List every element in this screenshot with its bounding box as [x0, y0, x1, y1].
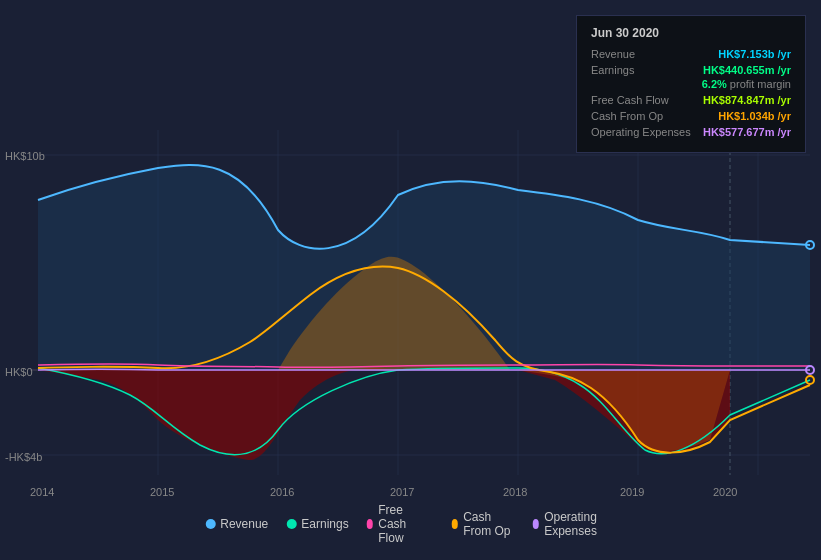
legend-dot-fcf [367, 519, 374, 529]
tooltip-label-cashfromop: Cash From Op [591, 110, 691, 122]
legend-item-cashfromop[interactable]: Cash From Op [452, 510, 515, 538]
tooltip-row-fcf: Free Cash Flow HK$874.847m /yr [591, 94, 791, 106]
x-label-2016: 2016 [270, 486, 294, 498]
chart-container: HK$10b HK$0 -HK$4b 2014 2015 2016 2017 2… [0, 0, 821, 560]
y-label-10b: HK$10b [5, 150, 45, 162]
profit-margin-row: 6.2% profit margin [591, 78, 791, 90]
legend-item-opex[interactable]: Operating Expenses [533, 510, 616, 538]
legend-label-revenue: Revenue [220, 517, 268, 531]
legend-item-earnings[interactable]: Earnings [286, 517, 348, 531]
chart-legend: Revenue Earnings Free Cash Flow Cash Fro… [205, 503, 616, 545]
tooltip-value-fcf: HK$874.847m /yr [703, 94, 791, 106]
x-label-2018: 2018 [503, 486, 527, 498]
x-label-2014: 2014 [30, 486, 54, 498]
legend-label-opex: Operating Expenses [544, 510, 616, 538]
legend-item-revenue[interactable]: Revenue [205, 517, 268, 531]
tooltip-row-revenue: Revenue HK$7.153b /yr [591, 48, 791, 60]
tooltip-title: Jun 30 2020 [591, 26, 791, 40]
tooltip-row-opex: Operating Expenses HK$577.677m /yr [591, 126, 791, 138]
legend-label-fcf: Free Cash Flow [378, 503, 433, 545]
tooltip-value-cashfromop: HK$1.034b /yr [718, 110, 791, 122]
legend-dot-cashfromop [452, 519, 459, 529]
y-label-0: HK$0 [5, 366, 33, 378]
tooltip-value-revenue: HK$7.153b /yr [718, 48, 791, 60]
legend-dot-revenue [205, 519, 215, 529]
tooltip-label-fcf: Free Cash Flow [591, 94, 691, 106]
x-label-2015: 2015 [150, 486, 174, 498]
legend-item-fcf[interactable]: Free Cash Flow [367, 503, 434, 545]
y-label-neg4b: -HK$4b [5, 451, 42, 463]
tooltip-value-earnings: HK$440.655m /yr [703, 64, 791, 76]
tooltip-label-revenue: Revenue [591, 48, 691, 60]
legend-label-earnings: Earnings [301, 517, 348, 531]
legend-dot-opex [533, 519, 540, 529]
tooltip-label-opex: Operating Expenses [591, 126, 691, 138]
legend-label-cashfromop: Cash From Op [463, 510, 514, 538]
legend-dot-earnings [286, 519, 296, 529]
tooltip-row-cashfromop: Cash From Op HK$1.034b /yr [591, 110, 791, 122]
x-label-2017: 2017 [390, 486, 414, 498]
tooltip-value-opex: HK$577.677m /yr [703, 126, 791, 138]
tooltip-row-earnings: Earnings HK$440.655m /yr [591, 64, 791, 76]
x-label-2019: 2019 [620, 486, 644, 498]
x-label-2020: 2020 [713, 486, 737, 498]
data-tooltip: Jun 30 2020 Revenue HK$7.153b /yr Earnin… [576, 15, 806, 153]
profit-margin-text: 6.2% profit margin [702, 78, 791, 90]
tooltip-label-earnings: Earnings [591, 64, 691, 76]
